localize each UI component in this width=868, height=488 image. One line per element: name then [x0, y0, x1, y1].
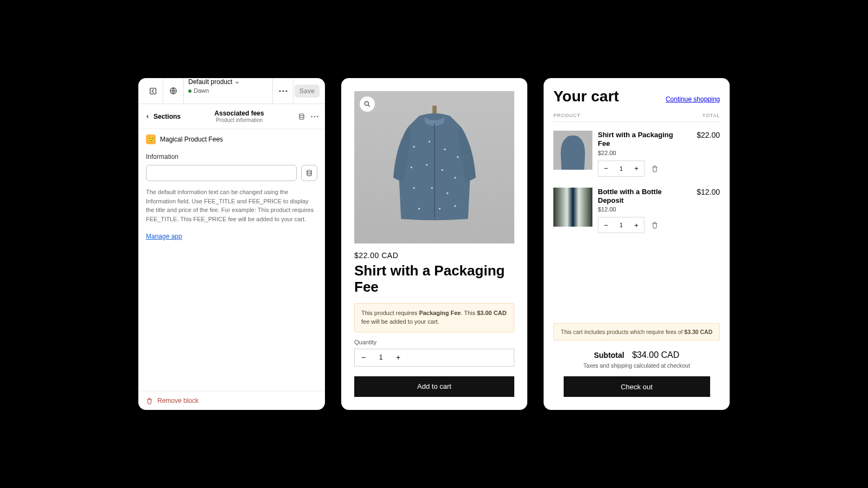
cart-item-total: $22.00: [691, 131, 720, 177]
cart-page-preview: Your cart Continue shopping PRODUCT TOTA…: [544, 78, 730, 410]
cart-item-name: Bottle with a Bottle Deposit: [598, 188, 685, 206]
dynamic-source-button[interactable]: [301, 165, 317, 181]
svg-point-6: [311, 115, 312, 117]
manage-app-link[interactable]: Manage app: [146, 233, 182, 240]
svg-point-3: [282, 90, 284, 92]
sections-label: Sections: [154, 113, 181, 120]
qty-increase-button[interactable]: +: [390, 353, 407, 362]
svg-point-16: [457, 156, 458, 158]
svg-point-5: [299, 113, 304, 115]
fee-name: Packaging Fee: [419, 310, 461, 316]
editor-breadcrumb: Sections Associated fees Product informa…: [138, 104, 325, 129]
subtotal-value: $34.00 CAD: [632, 350, 679, 359]
checkout-button[interactable]: Check out: [564, 376, 710, 397]
cart-item-total: $12.00: [691, 188, 720, 234]
cart-item: Shirt with a Packaging Fee $22.00 − 1 + …: [553, 131, 720, 177]
cart-item-unit-price: $22.00: [598, 150, 685, 156]
fee-note-amount: $3.30 CAD: [684, 329, 712, 335]
svg-point-2: [279, 90, 280, 92]
remove-item-button[interactable]: [651, 165, 659, 172]
fee-note-pre: This cart includes products which requir…: [561, 329, 685, 335]
back-to-sections[interactable]: Sections: [145, 113, 181, 120]
more-actions-button[interactable]: [273, 78, 293, 104]
quantity-label: Quantity: [354, 339, 514, 345]
qty-decrease-button[interactable]: −: [598, 164, 614, 172]
app-block-row[interactable]: 🙂 Magical Product Fees: [138, 129, 325, 150]
template-name: Default product: [188, 78, 232, 86]
qty-increase-button[interactable]: +: [629, 164, 644, 172]
exit-icon: [149, 87, 157, 95]
app-icon: 🙂: [146, 134, 156, 144]
shirt-illustration: [556, 133, 590, 170]
cart-qty-stepper: − 1 +: [598, 217, 644, 233]
svg-point-25: [438, 208, 440, 209]
product-title: Shirt with a Packaging Fee: [354, 263, 514, 296]
database-icon: [305, 169, 313, 177]
chevron-left-icon: [145, 114, 150, 119]
add-to-cart-button[interactable]: Add to cart: [354, 376, 514, 397]
svg-point-17: [410, 166, 412, 168]
svg-point-24: [418, 208, 419, 209]
information-field-label: Information: [146, 153, 317, 160]
qty-increase-button[interactable]: +: [629, 221, 644, 229]
shipping-note: Taxes and shipping calculated at checkou…: [553, 362, 720, 369]
qty-value: 1: [614, 222, 629, 228]
save-button[interactable]: Save: [295, 85, 320, 98]
fee-post: fee will be added to your cart.: [361, 318, 439, 325]
fee-amount: $3.00 CAD: [477, 310, 506, 316]
exit-editor-button[interactable]: [143, 78, 163, 104]
more-icon[interactable]: [311, 115, 318, 118]
cart-item: Bottle with a Bottle Deposit $12.00 − 1 …: [553, 188, 720, 234]
qty-decrease-button[interactable]: −: [598, 221, 614, 229]
col-total: TOTAL: [703, 113, 720, 118]
app-name: Magical Product Fees: [160, 136, 223, 143]
status-dot-icon: [188, 89, 192, 93]
remove-block-button[interactable]: Remove block: [138, 391, 325, 410]
trash-icon: [146, 397, 153, 404]
svg-point-23: [446, 192, 448, 194]
svg-point-9: [307, 170, 311, 172]
cart-qty-stepper: − 1 +: [598, 160, 644, 177]
database-icon[interactable]: [298, 113, 305, 120]
block-title: Associated fees: [185, 110, 293, 117]
information-input[interactable]: [146, 165, 297, 181]
col-product: PRODUCT: [553, 113, 580, 118]
theme-editor-panel: Default product Dawn Save Sections: [138, 78, 325, 410]
svg-point-7: [314, 115, 316, 117]
fee-pre: This product requires: [361, 310, 419, 316]
svg-point-13: [413, 146, 414, 147]
block-subtitle: Product information: [185, 117, 293, 123]
more-icon: [279, 90, 288, 92]
cart-title: Your cart: [553, 88, 619, 105]
svg-rect-0: [150, 88, 156, 94]
subtotal-label: Subtotal: [594, 351, 624, 359]
information-help-text: The default information text can be chan…: [146, 188, 317, 223]
svg-point-20: [454, 177, 456, 178]
svg-point-26: [454, 205, 456, 207]
globe-icon: [169, 87, 177, 95]
product-page-preview: $22.00 CAD Shirt with a Packaging Fee Th…: [341, 78, 527, 410]
cart-item-name: Shirt with a Packaging Fee: [598, 131, 685, 149]
remove-item-button[interactable]: [651, 221, 659, 229]
cart-fee-notice: This cart includes products which requir…: [553, 323, 720, 341]
svg-point-8: [317, 115, 318, 117]
theme-name: Dawn: [194, 87, 209, 95]
template-selector[interactable]: Default product Dawn: [184, 78, 273, 104]
product-fee-notice: This product requires Packaging Fee. Thi…: [354, 303, 514, 332]
zoom-icon: [363, 100, 371, 108]
svg-point-10: [365, 101, 368, 105]
cart-item-thumb: [553, 188, 592, 227]
svg-point-4: [285, 90, 287, 92]
svg-point-22: [431, 187, 432, 189]
product-price: $22.00 CAD: [354, 251, 514, 260]
qty-decrease-button[interactable]: −: [355, 353, 372, 362]
svg-point-15: [444, 149, 445, 150]
svg-point-18: [426, 164, 427, 165]
zoom-button[interactable]: [360, 97, 375, 112]
qty-value: 1: [372, 354, 390, 361]
cart-item-thumb: [553, 131, 592, 170]
product-image: [354, 91, 514, 243]
locale-button[interactable]: [163, 78, 184, 104]
svg-point-21: [413, 187, 414, 189]
continue-shopping-link[interactable]: Continue shopping: [666, 95, 720, 103]
